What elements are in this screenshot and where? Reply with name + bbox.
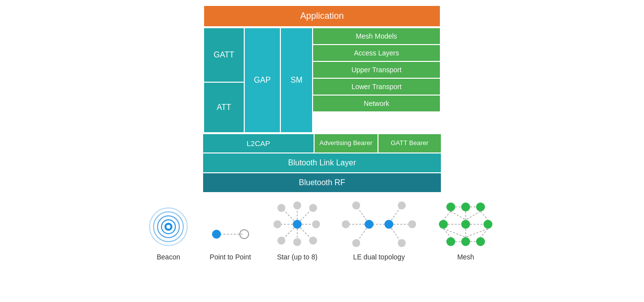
svg-point-34 <box>352 239 360 247</box>
bearer-section: L2CAP Advertising Bearer GATT Bearer <box>203 133 441 152</box>
adv-bearer-cell: Advertising Bearer <box>315 134 378 152</box>
svg-point-36 <box>408 220 416 228</box>
topology-le-dual: LE dual topology <box>339 200 419 261</box>
svg-line-33 <box>358 228 367 240</box>
topology-p2p: Point to Point <box>206 219 255 261</box>
svg-point-7 <box>212 230 221 239</box>
svg-point-42 <box>461 202 470 211</box>
svg-point-13 <box>293 238 301 246</box>
svg-point-32 <box>352 201 360 209</box>
svg-line-20 <box>300 210 311 221</box>
gap-label: GAP <box>254 76 271 85</box>
gatt-att-col: GATT ATT <box>204 28 244 132</box>
lower-transport-label: Lower Transport <box>351 83 401 91</box>
svg-line-18 <box>284 210 294 221</box>
svg-point-44 <box>439 220 448 229</box>
p2p-icon <box>206 219 255 249</box>
svg-line-59 <box>451 211 466 220</box>
svg-point-15 <box>273 220 281 228</box>
topology-beacon: Beacon <box>146 204 191 261</box>
gap-cell: GAP <box>244 28 281 132</box>
svg-line-60 <box>466 211 481 220</box>
svg-point-17 <box>312 220 320 228</box>
svg-point-19 <box>277 204 285 212</box>
mesh-col: Mesh Models Access Layers Upper Transpor… <box>313 28 440 132</box>
main-container: Application GATT ATT GAP SM <box>0 0 644 261</box>
beacon-label: Beacon <box>157 253 180 261</box>
svg-point-27 <box>365 220 374 229</box>
svg-line-31 <box>358 208 367 220</box>
svg-point-47 <box>446 237 455 246</box>
svg-point-40 <box>398 239 406 247</box>
bearer-cells: Advertising Bearer GATT Bearer <box>315 134 441 152</box>
topology-section: Beacon Point to Point <box>0 200 644 261</box>
beacon-icon <box>146 204 191 249</box>
svg-point-30 <box>342 220 350 228</box>
svg-line-22 <box>284 228 294 238</box>
link-layer-label: Blutooth Link Layer <box>288 158 356 167</box>
svg-point-45 <box>461 220 470 229</box>
mesh-models-label: Mesh Models <box>356 32 397 40</box>
gatt-cell: GATT <box>204 28 244 83</box>
link-layer-row: Blutooth Link Layer <box>203 152 441 172</box>
mesh-label: Mesh <box>457 253 474 261</box>
svg-point-41 <box>446 202 455 211</box>
lower-transport-row: Lower Transport <box>313 79 440 96</box>
l2cap-label: L2CAP <box>247 139 270 148</box>
svg-line-56 <box>443 211 451 220</box>
svg-point-38 <box>398 201 406 209</box>
l2cap-cell: L2CAP <box>203 134 315 152</box>
svg-point-49 <box>476 237 485 246</box>
svg-point-28 <box>384 220 393 229</box>
svg-line-39 <box>391 228 400 240</box>
att-label: ATT <box>216 103 231 112</box>
p2p-label: Point to Point <box>210 253 251 261</box>
svg-line-24 <box>300 228 311 238</box>
topology-mesh: Mesh <box>433 200 498 261</box>
svg-point-9 <box>293 220 302 229</box>
topology-star: Star (up to 8) <box>270 200 324 261</box>
att-cell: ATT <box>204 83 244 132</box>
mesh-models-row: Mesh Models <box>313 28 440 45</box>
svg-point-23 <box>277 237 285 245</box>
svg-point-5 <box>166 225 170 229</box>
network-row: Network <box>313 96 440 111</box>
application-label: Application <box>300 11 344 21</box>
sm-label: SM <box>291 76 303 85</box>
svg-point-43 <box>476 202 485 211</box>
le-dual-icon <box>339 200 419 249</box>
svg-point-25 <box>309 237 317 245</box>
svg-point-46 <box>483 220 492 229</box>
svg-point-48 <box>461 237 470 246</box>
upper-transport-label: Upper Transport <box>351 66 401 74</box>
stack-diagram: Application GATT ATT GAP SM <box>203 5 441 192</box>
bt-rf-label: Bluetooth RF <box>299 178 345 187</box>
sm-cell: SM <box>281 28 313 132</box>
upper-transport-row: Upper Transport <box>313 62 440 79</box>
bt-rf-row: Bluetooth RF <box>203 172 441 192</box>
application-row: Application <box>203 5 441 27</box>
star-label: Star (up to 8) <box>277 253 318 261</box>
access-layers-row: Access Layers <box>313 45 440 62</box>
gatt-bearer-cell: GATT Bearer <box>378 134 441 152</box>
adv-bearer-label: Advertising Bearer <box>320 139 373 148</box>
star-icon <box>270 200 324 249</box>
svg-line-58 <box>481 211 488 220</box>
network-label: Network <box>364 100 389 107</box>
gatt-label: GATT <box>214 50 234 59</box>
svg-line-37 <box>391 208 400 220</box>
mesh-icon <box>433 200 498 249</box>
access-layers-label: Access Layers <box>354 49 399 57</box>
gatt-bearer-label: GATT Bearer <box>391 139 429 148</box>
svg-point-11 <box>293 201 301 209</box>
middle-section: GATT ATT GAP SM Mesh Models Access <box>203 27 441 133</box>
svg-point-21 <box>309 204 317 212</box>
le-dual-label: LE dual topology <box>353 253 405 261</box>
